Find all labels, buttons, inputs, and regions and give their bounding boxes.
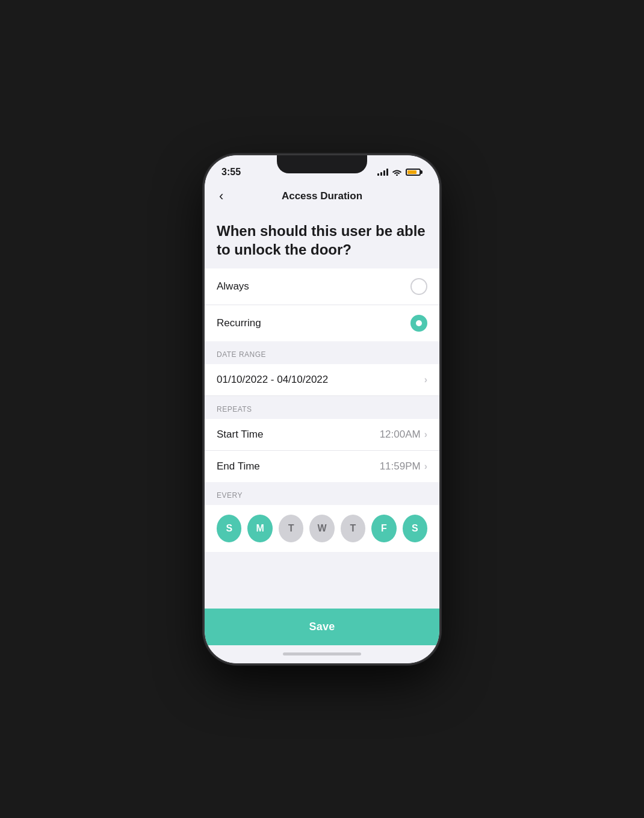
day-sunday[interactable]: S [217, 515, 241, 542]
notch [277, 155, 367, 173]
start-time-value: 12:00AM [380, 429, 421, 441]
signal-bar-4 [386, 169, 388, 176]
signal-bar-1 [377, 173, 379, 176]
date-range-header: DATE RANGE [205, 341, 439, 364]
home-bar [283, 652, 361, 655]
recurring-option-row[interactable]: Recurring [205, 305, 439, 341]
day-wednesday[interactable]: W [309, 515, 334, 542]
repeats-section: Start Time 12:00AM › End Time 11:59PM › [205, 419, 439, 482]
battery-tip [421, 170, 423, 174]
day-friday[interactable]: F [371, 515, 396, 542]
save-button-container: Save [205, 609, 439, 663]
always-option-row[interactable]: Always [205, 268, 439, 305]
nav-bar: ‹ Access Duration [205, 185, 439, 209]
phone-screen: 3:55 [205, 155, 439, 663]
signal-icon [377, 169, 388, 176]
start-time-right: 12:00AM › [380, 429, 427, 441]
recurring-radio[interactable] [410, 315, 427, 332]
question-text: When should this user be able to unlock … [217, 222, 427, 259]
status-icons [377, 168, 423, 176]
content-area: When should this user be able to unlock … [205, 209, 439, 614]
day-thursday[interactable]: T [341, 515, 365, 542]
home-indicator [205, 645, 439, 663]
repeats-header: REPEATS [205, 396, 439, 419]
date-range-row[interactable]: 01/10/2022 - 04/10/2022 › [205, 364, 439, 396]
end-time-right: 11:59PM › [380, 460, 427, 473]
date-range-label: DATE RANGE [217, 350, 266, 359]
start-time-label: Start Time [217, 429, 263, 441]
repeats-label: REPEATS [217, 405, 252, 414]
status-time: 3:55 [221, 167, 241, 178]
always-option-section: Always Recurring [205, 268, 439, 341]
date-range-chevron-icon: › [424, 374, 427, 385]
days-row: S M T W T F S [217, 515, 427, 542]
end-time-chevron-icon: › [424, 461, 427, 472]
end-time-row[interactable]: End Time 11:59PM › [205, 451, 439, 482]
end-time-value: 11:59PM [380, 460, 421, 473]
question-section: When should this user be able to unlock … [205, 209, 439, 268]
every-header: EVERY [205, 482, 439, 505]
end-time-label: End Time [217, 460, 260, 473]
day-monday[interactable]: M [247, 515, 272, 542]
date-range-section: 01/10/2022 - 04/10/2022 › [205, 364, 439, 396]
back-chevron-icon: ‹ [219, 188, 223, 204]
battery-icon [406, 169, 423, 176]
battery-fill [407, 170, 416, 174]
signal-bar-3 [383, 170, 385, 176]
phone-frame: 3:55 [205, 155, 439, 663]
nav-title: Access Duration [282, 190, 362, 202]
battery-body [406, 169, 421, 176]
always-label: Always [217, 280, 249, 293]
back-button[interactable]: ‹ [217, 186, 226, 206]
day-saturday[interactable]: S [403, 515, 427, 542]
always-radio[interactable] [410, 278, 427, 295]
days-section: S M T W T F S [205, 505, 439, 552]
every-label: EVERY [217, 491, 243, 500]
save-button[interactable]: Save [205, 609, 439, 645]
signal-bar-2 [380, 172, 382, 176]
date-range-value: 01/10/2022 - 04/10/2022 [217, 374, 328, 386]
wifi-icon [392, 168, 402, 176]
start-time-chevron-icon: › [424, 429, 427, 440]
day-tuesday[interactable]: T [279, 515, 303, 542]
start-time-row[interactable]: Start Time 12:00AM › [205, 419, 439, 451]
recurring-label: Recurring [217, 317, 261, 329]
